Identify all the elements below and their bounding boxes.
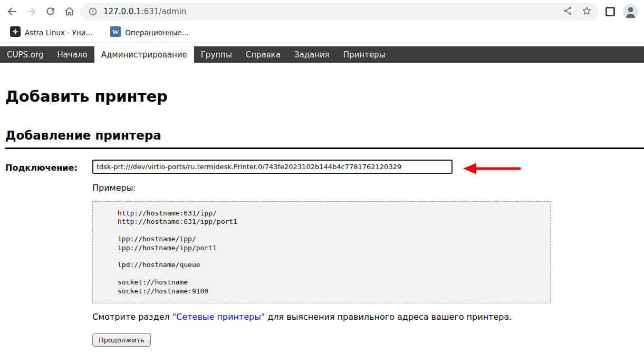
continue-button[interactable]: Продолжить — [92, 333, 151, 347]
connection-label: Подключение: — [5, 160, 92, 174]
page-title: Добавить принтер — [5, 87, 644, 105]
back-icon — [6, 6, 18, 19]
share-icon[interactable] — [563, 6, 572, 17]
reload-button[interactable] — [42, 4, 58, 20]
cups-navbar: CUPS.org Начало Администрирование Группы… — [0, 46, 644, 63]
see-text-after: для выяснения правильного адреса вашего … — [265, 312, 512, 322]
see-section-text: Смотрите раздел "Сетевые принтеры" для в… — [92, 312, 644, 322]
bookmark-wikipedia[interactable]: W Операционные... — [107, 25, 191, 41]
bookmark-label: Операционные... — [125, 28, 188, 37]
wikipedia-icon: W — [110, 26, 121, 39]
see-text-before: Смотрите раздел — [92, 312, 172, 322]
nav-administration[interactable]: Администрирование — [94, 46, 194, 63]
browser-chrome: 127.0.0.1:631/admin Astra Linux - Уни...… — [0, 0, 644, 43]
nav-jobs[interactable]: Задания — [287, 46, 337, 63]
bookmarks-bar: Astra Linux - Уни... W Операционные... — [0, 24, 644, 42]
add-printer-form: Подключение: Примеры: http://hostname:63… — [5, 160, 644, 347]
url-text: 127.0.0.1:631/admin — [103, 7, 186, 16]
site-info-icon[interactable] — [89, 7, 97, 16]
profile-avatar[interactable] — [623, 4, 638, 19]
reload-icon — [45, 6, 56, 18]
nav-printers[interactable]: Принтеры — [337, 46, 392, 63]
svg-text:W: W — [112, 28, 119, 36]
forward-button[interactable] — [23, 4, 39, 20]
nav-classes[interactable]: Группы — [194, 46, 239, 63]
nav-cups-org[interactable]: CUPS.org — [0, 46, 50, 63]
network-printers-link[interactable]: "Сетевые принтеры" — [172, 312, 265, 322]
address-bar[interactable]: 127.0.0.1:631/admin — [80, 3, 599, 21]
examples-label: Примеры: — [92, 183, 644, 193]
connection-row: Подключение: — [5, 160, 644, 174]
connection-input[interactable] — [92, 160, 453, 174]
side-panel-icon[interactable] — [605, 7, 615, 16]
section-title: Добавление принтера — [5, 129, 644, 149]
astra-linux-icon — [10, 26, 21, 39]
annotation-arrow-icon — [460, 161, 523, 178]
back-button[interactable] — [4, 4, 20, 20]
url-path: :631/admin — [141, 7, 187, 16]
bookmark-star-icon[interactable] — [582, 6, 592, 18]
examples-box: http://hostname:631/ipp/ http://hostname… — [92, 201, 551, 303]
nav-help[interactable]: Справка — [239, 46, 287, 63]
url-host: 127.0.0.1 — [103, 7, 141, 16]
home-icon — [64, 6, 75, 18]
bookmark-label: Astra Linux - Уни... — [25, 28, 92, 37]
bookmark-astra-linux[interactable]: Astra Linux - Уни... — [7, 25, 95, 41]
nav-home[interactable]: Начало — [50, 46, 94, 63]
page-content: Добавить принтер Добавление принтера Под… — [0, 87, 644, 347]
forward-icon — [25, 6, 37, 19]
home-button[interactable] — [61, 4, 77, 20]
